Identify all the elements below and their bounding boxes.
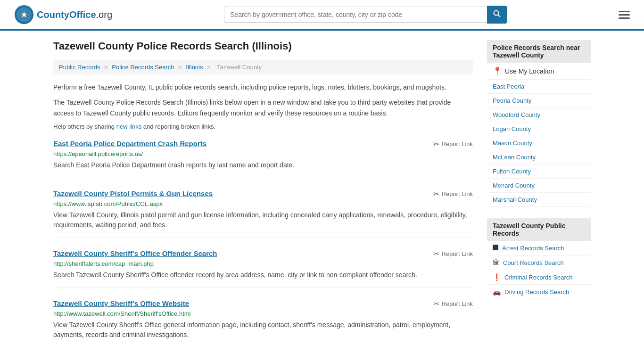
report-link-label-2: Report Link xyxy=(442,190,473,197)
sidebar-item-marshall-county[interactable]: Marshall County xyxy=(487,193,591,207)
result-header-3: Tazewell County Sheriff's Office Offende… xyxy=(53,249,473,258)
breadcrumb-public-records[interactable]: Public Records xyxy=(59,64,100,71)
menu-bar-1 xyxy=(619,11,630,12)
sidebar: Police Records Search near Tazewell Coun… xyxy=(487,40,591,359)
sidebar-item-mason-county[interactable]: Mason County xyxy=(487,136,591,150)
logo-area: ★ CountyOffice.org xyxy=(14,5,112,25)
sidebar-use-location[interactable]: 📍 Use My Location xyxy=(487,63,591,80)
result-url-1[interactable]: https://epeoriaill.policereports.us/ xyxy=(53,150,473,157)
new-links[interactable]: new links xyxy=(116,123,141,130)
nearby-link-east-peoria[interactable]: East Peoria xyxy=(493,83,524,90)
search-area xyxy=(224,6,507,24)
search-button[interactable] xyxy=(487,6,507,24)
result-desc-2: View Tazewell County, Illinois pistol pe… xyxy=(53,210,473,230)
svg-line-4 xyxy=(498,15,501,17)
content-area: Tazewell County Police Records Search (I… xyxy=(53,40,473,359)
sidebar-public-records-title: Tazewell County Public Records xyxy=(487,218,591,241)
nearby-link-mclean-county[interactable]: McLean County xyxy=(493,154,536,161)
result-item-4: Tazewell County Sheriff's Office Website… xyxy=(53,299,473,347)
result-url-3[interactable]: http://sheriffalerts.com/cap_main.php xyxy=(53,260,473,267)
sidebar-item-logan-county[interactable]: Logan County xyxy=(487,122,591,136)
breadcrumb-illinois[interactable]: Illinois xyxy=(186,64,203,71)
results-list: East Peoria Police Department Crash Repo… xyxy=(53,140,473,347)
use-my-location-link[interactable]: Use My Location xyxy=(505,67,554,75)
result-desc-1: Search East Peoria Police Department cra… xyxy=(53,160,473,170)
description-1: Perform a free Tazewell County, IL publi… xyxy=(53,82,473,92)
breadcrumb-sep-3: > xyxy=(207,64,212,71)
result-header-2: Tazewell County Pistol Permits & Gun Lic… xyxy=(53,189,473,198)
search-input[interactable] xyxy=(224,7,487,23)
criminal-records-icon: ❗ xyxy=(493,273,501,281)
result-title-2[interactable]: Tazewell County Pistol Permits & Gun Lic… xyxy=(53,189,213,197)
sidebar-item-menard-county[interactable]: Menard County xyxy=(487,179,591,193)
report-link-label-1: Report Link xyxy=(442,140,473,148)
report-link-4[interactable]: ✂ Report Link xyxy=(433,299,473,308)
sidebar-item-east-peoria[interactable]: East Peoria xyxy=(487,80,591,94)
menu-bar-2 xyxy=(619,14,630,16)
header: ★ CountyOffice.org xyxy=(0,0,644,31)
report-icon-4: ✂ xyxy=(433,299,439,308)
sidebar-item-woodford-county[interactable]: Woodford County xyxy=(487,108,591,122)
result-title-4[interactable]: Tazewell County Sheriff's Office Website xyxy=(53,299,189,307)
result-url-4[interactable]: http://www.tazewell.com/Sheriff/Sheriff'… xyxy=(53,310,473,317)
sidebar-criminal-records[interactable]: ❗ Criminal Records Search xyxy=(487,270,591,285)
result-header-1: East Peoria Police Department Crash Repo… xyxy=(53,140,473,148)
report-link-3[interactable]: ✂ Report Link xyxy=(433,249,473,258)
result-title-1[interactable]: East Peoria Police Department Crash Repo… xyxy=(53,140,206,148)
sidebar-public-records-section: Tazewell County Public Records Arrest Re… xyxy=(487,218,591,299)
sidebar-item-peoria-county[interactable]: Peoria County xyxy=(487,94,591,108)
result-url-2[interactable]: https://www.ispfsb.com/Public/CCL.aspx xyxy=(53,200,473,207)
nearby-link-mason-county[interactable]: Mason County xyxy=(493,140,532,147)
arrest-records-link[interactable]: Arrest Records Search xyxy=(502,245,564,252)
result-item-3: Tazewell County Sheriff's Office Offende… xyxy=(53,249,473,288)
description-2: The Tazewell County Police Records Searc… xyxy=(53,97,473,118)
report-link-label-3: Report Link xyxy=(442,250,473,257)
result-title-3[interactable]: Tazewell County Sheriff's Office Offende… xyxy=(53,249,217,257)
result-desc-4: View Tazewell County Sheriff's Office ge… xyxy=(53,320,473,340)
nearby-link-logan-county[interactable]: Logan County xyxy=(493,125,531,132)
svg-point-3 xyxy=(494,11,499,16)
breadcrumb-current: Tazewell County xyxy=(217,64,262,71)
report-icon-3: ✂ xyxy=(433,249,439,258)
breadcrumb-sep-2: > xyxy=(178,64,183,71)
arrest-records-icon xyxy=(493,244,498,252)
search-icon xyxy=(493,10,501,17)
result-header-4: Tazewell County Sheriff's Office Website… xyxy=(53,299,473,308)
report-icon-1: ✂ xyxy=(433,140,439,148)
report-link-1[interactable]: ✂ Report Link xyxy=(433,140,473,148)
criminal-records-link[interactable]: Criminal Records Search xyxy=(504,274,573,281)
report-icon-2: ✂ xyxy=(433,189,439,198)
report-link-2[interactable]: ✂ Report Link xyxy=(433,189,473,198)
nearby-link-menard-county[interactable]: Menard County xyxy=(493,182,535,189)
breadcrumb: Public Records > Police Records Search >… xyxy=(53,60,473,74)
nearby-link-woodford-county[interactable]: Woodford County xyxy=(493,111,540,118)
sidebar-item-mclean-county[interactable]: McLean County xyxy=(487,150,591,165)
menu-icon[interactable] xyxy=(619,11,630,19)
main-layout: Tazewell County Police Records Search (I… xyxy=(39,31,605,362)
sidebar-court-records[interactable]: 🏛 Court Records Search xyxy=(487,255,591,270)
menu-bar-3 xyxy=(619,17,630,19)
nearby-link-peoria-county[interactable]: Peoria County xyxy=(493,97,531,104)
breadcrumb-police-records[interactable]: Police Records Search xyxy=(112,64,174,71)
svg-text:★: ★ xyxy=(20,10,28,19)
court-records-link[interactable]: Court Records Search xyxy=(503,259,564,266)
logo-text: CountyOffice.org xyxy=(37,9,112,20)
nearby-link-fulton-county[interactable]: Fulton County xyxy=(493,168,531,175)
logo-icon: ★ xyxy=(14,5,34,25)
help-text: Help others by sharing new links and rep… xyxy=(53,123,473,130)
result-item-1: East Peoria Police Department Crash Repo… xyxy=(53,140,473,178)
result-item-2: Tazewell County Pistol Permits & Gun Lic… xyxy=(53,189,473,238)
sidebar-nearby-title: Police Records Search near Tazewell Coun… xyxy=(487,40,591,63)
driving-records-icon: 🚗 xyxy=(493,288,501,296)
page-title: Tazewell County Police Records Search (I… xyxy=(53,40,473,52)
driving-records-link[interactable]: Driving Records Search xyxy=(504,288,569,296)
nearby-link-marshall-county[interactable]: Marshall County xyxy=(493,196,537,203)
sidebar-driving-records[interactable]: 🚗 Driving Records Search xyxy=(487,285,591,299)
location-pin-icon: 📍 xyxy=(493,66,502,75)
sidebar-item-fulton-county[interactable]: Fulton County xyxy=(487,165,591,179)
court-records-icon: 🏛 xyxy=(493,259,499,266)
report-link-label-4: Report Link xyxy=(442,300,473,307)
sidebar-arrest-records[interactable]: Arrest Records Search xyxy=(487,241,591,255)
sidebar-nearby-section: Police Records Search near Tazewell Coun… xyxy=(487,40,591,207)
result-desc-3: Search Tazewell County Sheriff's Office … xyxy=(53,270,473,280)
